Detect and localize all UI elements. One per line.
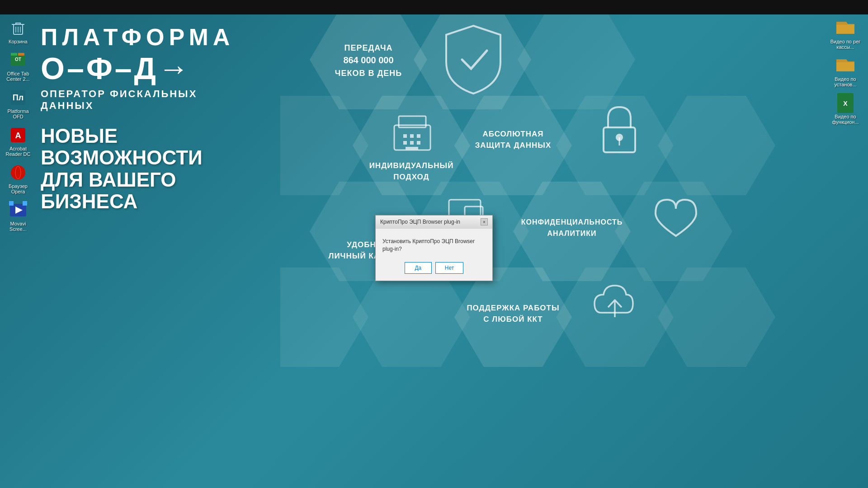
taskbar — [0, 0, 868, 14]
dialog-title: КриптоПро ЭЦП Browser plug-in — [380, 219, 460, 225]
dialog-titlebar: КриптоПро ЭЦП Browser plug-in × — [376, 216, 492, 229]
dialog-yes-button[interactable]: Да — [405, 262, 432, 274]
desktop: Корзина OT Office Tab Center 2... Пл — [0, 14, 868, 488]
dialog-no-button[interactable]: Нет — [435, 262, 463, 274]
dialog-buttons: Да Нет — [382, 262, 486, 274]
dialog-overlay: КриптоПро ЭЦП Browser plug-in × Установи… — [0, 14, 868, 488]
dialog-close-button[interactable]: × — [481, 218, 488, 225]
cryptopro-dialog: КриптоПро ЭЦП Browser plug-in × Установи… — [375, 215, 493, 281]
dialog-message: Установить КриптоПро ЭЦП Browser plug-in… — [382, 238, 486, 253]
dialog-body: Установить КриптоПро ЭЦП Browser plug-in… — [376, 229, 492, 281]
